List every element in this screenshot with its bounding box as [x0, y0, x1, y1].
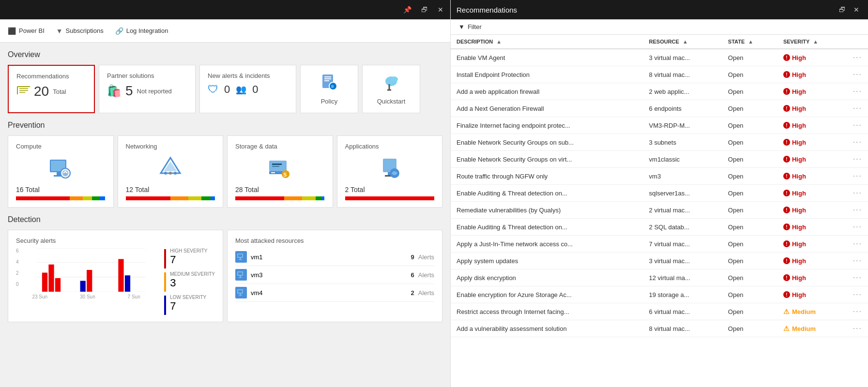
cell-description: Apply disk encryption: [451, 269, 643, 286]
vm1-icon: [235, 251, 247, 263]
table-body: Enable VM Agent 3 virtual mac... Open ! …: [451, 49, 868, 337]
card-storage-data[interactable]: Storage & data S 28 Total: [227, 135, 333, 208]
table-row[interactable]: Apply a Just-In-Time network access co..…: [451, 236, 868, 253]
vm4-name: vm4: [251, 289, 407, 297]
table-row[interactable]: Restrict access through Internet facing.…: [451, 303, 868, 320]
table-row[interactable]: Enable encryption for Azure Storage Ac..…: [451, 286, 868, 303]
detect-card-most-attacked[interactable]: Most attacked resources vm1 9: [227, 230, 442, 322]
recommendations-table: DESCRIPTION ▲ RESOURCE ▲ STATE ▲ SEVERIT…: [451, 35, 868, 337]
cell-state: Open: [722, 66, 777, 83]
cell-resource: VM3-RDP-M...: [643, 117, 722, 134]
cell-actions: ···: [847, 66, 868, 83]
row-more-button[interactable]: ···: [853, 239, 862, 248]
cell-state: Open: [722, 185, 777, 202]
table-row[interactable]: Finalize Internet facing endpoint protec…: [451, 117, 868, 134]
high-severity-count: 7: [170, 253, 207, 266]
row-more-button[interactable]: ···: [853, 324, 862, 333]
svg-text:S: S: [283, 172, 287, 178]
table-row[interactable]: Enable VM Agent 3 virtual mac... Open ! …: [451, 49, 868, 66]
card-alerts-incidents[interactable]: New alerts & incidents 🛡 0 👥 0: [199, 65, 296, 113]
detect-card-security-alerts[interactable]: Security alerts 6 4 2 0: [8, 230, 223, 322]
row-more-button[interactable]: ···: [853, 206, 862, 214]
state-sort-icon[interactable]: ▲: [748, 39, 753, 45]
svg-rect-64: [239, 295, 242, 296]
vm1-count: 9: [411, 253, 414, 261]
row-more-button[interactable]: ···: [853, 273, 862, 282]
cell-state: Open: [722, 269, 777, 286]
row-more-button[interactable]: ···: [853, 70, 862, 79]
right-panel-restore-button[interactable]: 🗗: [836, 4, 849, 15]
row-more-button[interactable]: ···: [853, 189, 862, 197]
row-more-button[interactable]: ···: [853, 138, 862, 147]
cell-description: Restrict access through Internet facing.…: [451, 303, 643, 320]
card-quickstart[interactable]: Quickstart: [362, 65, 420, 113]
card-compute[interactable]: Compute 16 Total: [8, 135, 114, 208]
attacked-vm4[interactable]: vm4 2 Alerts: [235, 284, 434, 302]
nav-bar: ⬛ Power BI ▼ Subscriptions 🔗 Log Integra…: [0, 19, 450, 43]
table-row[interactable]: Add a vulnerability assessment solution …: [451, 320, 868, 337]
cell-description: Apply system updates: [451, 253, 643, 269]
col-severity[interactable]: SEVERITY ▲: [777, 35, 847, 49]
table-row[interactable]: Apply system updates 3 virtual mac... Op…: [451, 253, 868, 269]
pin-button[interactable]: 📌: [400, 4, 414, 15]
minimize-button[interactable]: 🗗: [418, 4, 431, 15]
table-row[interactable]: Enable Auditing & Threat detection on...…: [451, 219, 868, 236]
table-row[interactable]: Remediate vulnerabilities (by Qualys) 2 …: [451, 202, 868, 219]
table-row[interactable]: Enable Network Security Groups on sub...…: [451, 134, 868, 151]
row-more-button[interactable]: ···: [853, 104, 862, 113]
table-row[interactable]: Add a web application firewall 2 web app…: [451, 83, 868, 100]
card-applications[interactable]: Applications 2 Total: [337, 135, 443, 208]
col-description-label: DESCRIPTION: [457, 39, 493, 45]
row-more-button[interactable]: ···: [853, 290, 862, 299]
svg-rect-6: [324, 76, 331, 77]
cell-severity: ⚠ Medium: [777, 303, 847, 320]
alert-shield-icon: 🛡: [208, 83, 218, 96]
attacked-vm3[interactable]: vm3 6 Alerts: [235, 266, 434, 284]
nav-item-subscriptions[interactable]: ▼ Subscriptions: [56, 27, 104, 35]
cell-actions: ···: [847, 219, 868, 236]
vm3-icon: [235, 269, 247, 281]
cell-state: Open: [722, 303, 777, 320]
card-networking[interactable]: Networking 12 Total: [118, 135, 224, 208]
card-policy[interactable]: ≡ Policy: [300, 65, 358, 113]
severity-badge-high: ! High: [783, 207, 841, 214]
col-description[interactable]: DESCRIPTION ▲: [451, 35, 643, 49]
filter-button[interactable]: ▼ Filter: [458, 23, 482, 30]
table-row[interactable]: Add a Next Generation Firewall 6 endpoin…: [451, 100, 868, 117]
svg-rect-60: [239, 277, 242, 278]
close-button[interactable]: ✕: [435, 4, 446, 15]
policy-label: Policy: [321, 98, 338, 105]
nav-item-power-bi[interactable]: ⬛ Power BI: [8, 27, 45, 35]
high-severity-label: HIGH SEVERITY: [170, 248, 207, 253]
row-more-button[interactable]: ···: [853, 155, 862, 164]
card-recommendations[interactable]: Recommendations 20 Total: [8, 65, 95, 113]
table-row[interactable]: Route traffic through NGFW only vm3 Open…: [451, 168, 868, 185]
cell-severity: ! High: [777, 66, 847, 83]
table-row[interactable]: Enable Auditing & Threat detection on...…: [451, 185, 868, 202]
description-sort-icon[interactable]: ▲: [496, 39, 502, 45]
severity-medium: MEDIUM SEVERITY 3: [164, 271, 215, 292]
row-more-button[interactable]: ···: [853, 307, 862, 316]
cell-actions: ···: [847, 117, 868, 134]
table-row[interactable]: Install Endpoint Protection 8 virtual ma…: [451, 66, 868, 83]
row-more-button[interactable]: ···: [853, 223, 862, 231]
row-more-button[interactable]: ···: [853, 256, 862, 265]
row-more-button[interactable]: ···: [853, 121, 862, 130]
table-row[interactable]: Apply disk encryption 12 virtual ma... O…: [451, 269, 868, 286]
row-more-button[interactable]: ···: [853, 87, 862, 96]
severity-sort-icon[interactable]: ▲: [813, 39, 818, 45]
col-resource[interactable]: RESOURCE ▲: [643, 35, 722, 49]
resource-sort-icon[interactable]: ▲: [683, 39, 688, 45]
col-state[interactable]: STATE ▲: [722, 35, 777, 49]
card-partner-solutions[interactable]: Partner solutions 🛍️ 5 Not reported: [99, 65, 196, 113]
row-more-button[interactable]: ···: [853, 53, 862, 62]
nav-item-log-integration[interactable]: 🔗 Log Integration: [115, 27, 168, 35]
attacked-vm1[interactable]: vm1 9 Alerts: [235, 248, 434, 266]
cell-severity: ! High: [777, 49, 847, 66]
table-row[interactable]: Enable Network Security Groups on virt..…: [451, 151, 868, 168]
row-more-button[interactable]: ···: [853, 172, 862, 180]
severity-badge-high: ! High: [783, 105, 841, 112]
right-panel-close-button[interactable]: ✕: [851, 4, 862, 15]
chart-legend: HIGH SEVERITY 7 MEDIUM SEVERITY 3: [164, 248, 215, 315]
cell-state: Open: [722, 83, 777, 100]
